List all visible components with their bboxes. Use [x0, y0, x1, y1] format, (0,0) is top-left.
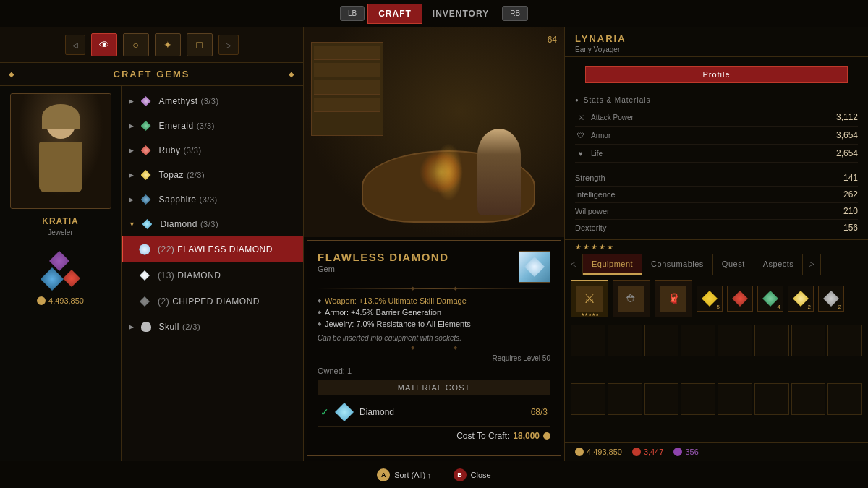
- equip-slot-helm[interactable]: ⛑: [613, 280, 650, 317]
- gem-slot-3[interactable]: 4: [757, 286, 783, 312]
- close-action[interactable]: B Close: [454, 468, 491, 481]
- craft-tab[interactable]: CRAFT: [367, 4, 422, 24]
- profile-button[interactable]: Profile: [585, 66, 848, 83]
- gem-category-topaz[interactable]: ▶ Topaz (2/3): [122, 163, 303, 187]
- close-button-icon: B: [454, 468, 467, 481]
- grid-slot-13[interactable]: [718, 383, 752, 415]
- gem-category-skull[interactable]: ▶ Skull (2/3): [122, 314, 303, 339]
- currency-bar: 4,493,850 3,447 356: [565, 442, 868, 461]
- npc-hood: [42, 104, 80, 129]
- gem-slot-1[interactable]: 5: [697, 286, 723, 312]
- gem-subitem-chipped[interactable]: (2) CHIPPED DIAMOND: [122, 288, 303, 314]
- gem-slot-count-3: 4: [778, 304, 780, 310]
- diamond-count: (3/3): [200, 220, 218, 228]
- tab-icon-back[interactable]: ◁: [65, 35, 85, 55]
- gem-category-ruby[interactable]: ▶ Ruby (3/3): [122, 138, 303, 163]
- amethyst-label: Amethyst: [159, 96, 198, 106]
- gold-coin-icon: [37, 296, 46, 305]
- gem-slot-5[interactable]: 2: [818, 286, 844, 312]
- equip-tab-consumables[interactable]: Consumables: [642, 254, 713, 275]
- grid-slot-9[interactable]: [571, 383, 605, 415]
- grid-slot-4[interactable]: [681, 325, 715, 356]
- grid-slot-14[interactable]: [754, 383, 789, 415]
- tab-icon-rune[interactable]: ✦: [155, 33, 181, 56]
- scene-craft-fx: [420, 150, 463, 194]
- slot-helm-icon: ⛑: [618, 286, 644, 312]
- grid-slot-2[interactable]: [608, 325, 642, 356]
- craft-cost-row: Cost To Craft: 18,000: [318, 431, 550, 441]
- life-value: 2,654: [836, 148, 858, 158]
- detail-flavor-text: Can be inserted into equipment with sock…: [318, 334, 550, 342]
- inventory-tab[interactable]: INVENTORY: [422, 4, 499, 23]
- material-cost-header: MATERIAL COST: [318, 380, 550, 395]
- tab-icon-misc[interactable]: □: [187, 33, 213, 56]
- equip-tab-next[interactable]: ▷: [803, 254, 821, 275]
- diamond-sub-prefix: (13): [158, 270, 174, 281]
- right-panel: LYNARIA Early Voyager Profile Stats & Ma…: [564, 27, 868, 461]
- grid-slot-6[interactable]: [754, 325, 789, 356]
- panel-title: CRAFT GEMS: [114, 69, 190, 80]
- grid-slot-7[interactable]: [791, 325, 826, 356]
- grid-slot-15[interactable]: [791, 383, 826, 415]
- armor-label: Armor: [591, 132, 610, 140]
- grid-slot-5[interactable]: [718, 325, 752, 356]
- chest-glyph: 🧣: [668, 293, 680, 304]
- gem-subitem-flawless[interactable]: (22) FLAWLESS DIAMOND: [122, 236, 303, 262]
- grid-slot-12[interactable]: [681, 383, 715, 415]
- gem-list: ▶ Amethyst (3/3) ▶ Emerald (3/3): [122, 86, 303, 342]
- gem-category-diamond[interactable]: ▼ Diamond (3/3): [122, 212, 303, 236]
- detail-gem-diamond-icon: [524, 257, 545, 277]
- grid-slot-11[interactable]: [644, 383, 679, 415]
- grid-slot-1[interactable]: [571, 325, 605, 356]
- equip-slot-weapon[interactable]: ⚔ ★★★★★: [571, 280, 608, 317]
- currency-gold: 4,493,850: [575, 448, 622, 456]
- flawless-label: FLAWLESS DIAMOND: [177, 244, 273, 254]
- gem-category-sapphire[interactable]: ▶ Sapphire (3/3): [122, 187, 303, 212]
- detail-gem-image: [519, 251, 550, 283]
- purple-currency-icon: [673, 448, 682, 456]
- weapon-glyph: ⚔: [584, 291, 595, 307]
- equip-tab-aspects[interactable]: Aspects: [754, 254, 804, 275]
- detail-level-req: Requires Level 50: [318, 354, 550, 362]
- equip-slot-chest[interactable]: 🧣: [655, 280, 692, 317]
- tab-icon-eye[interactable]: 👁: [91, 33, 117, 56]
- sapphire-label: Sapphire: [159, 194, 197, 205]
- sort-action[interactable]: A Sort (All) ↑: [377, 468, 431, 481]
- scene-shelf: [311, 42, 383, 136]
- gem-subitem-diamond[interactable]: (13) DIAMOND: [122, 262, 303, 288]
- material-info: ✓ Diamond: [320, 403, 394, 421]
- tab-icon-ring[interactable]: ○: [123, 33, 149, 56]
- header-diamond-right: ◆: [289, 70, 294, 78]
- equip-tab-equipment[interactable]: Equipment: [583, 254, 642, 275]
- header-diamond-left: ◆: [9, 70, 14, 78]
- grid-slot-10[interactable]: [608, 383, 642, 415]
- gem-slot-2[interactable]: [727, 286, 753, 312]
- lb-button[interactable]: LB: [340, 6, 365, 21]
- gem-category-amethyst[interactable]: ▶ Amethyst (3/3): [122, 89, 303, 114]
- willpower-label: Willpower: [575, 207, 610, 215]
- rb-button[interactable]: RB: [502, 6, 528, 21]
- stat-weapon: Weapon: +13.0% Ultimate Skill Damage: [318, 295, 550, 307]
- checkmark-icon: ✓: [320, 406, 329, 418]
- gem-slot-4[interactable]: 2: [788, 286, 814, 312]
- char-class: Early Voyager: [575, 46, 858, 53]
- gem-category-emerald[interactable]: ▶ Emerald (3/3): [122, 114, 303, 138]
- slot-chest-icon: 🧣: [660, 286, 686, 312]
- profile-btn-area: Profile: [565, 57, 868, 92]
- equip-tab-quest[interactable]: Quest: [713, 254, 754, 275]
- diamond-label: Diamond: [160, 219, 197, 229]
- tab-icon-forward[interactable]: ▷: [218, 35, 239, 55]
- life-icon: ♥: [575, 147, 587, 159]
- craft-gems-header: ◆ CRAFT GEMS ◆: [0, 63, 303, 86]
- tab-icons-row: ◁ 👁 ○ ✦ □ ▷: [0, 27, 303, 63]
- grid-slot-16[interactable]: [827, 383, 862, 415]
- attack-icon: ⚔: [575, 111, 587, 123]
- char-name: LYNARIA: [575, 33, 858, 44]
- equip-tab-prev[interactable]: ◁: [565, 254, 583, 275]
- gold-amount: 4,493,850: [48, 296, 84, 305]
- grid-slot-8[interactable]: [827, 325, 862, 356]
- chevron-emerald: ▶: [129, 122, 135, 129]
- sort-button-icon: A: [377, 468, 390, 481]
- grid-slot-3[interactable]: [644, 325, 679, 356]
- currency-red: 3,447: [632, 448, 664, 456]
